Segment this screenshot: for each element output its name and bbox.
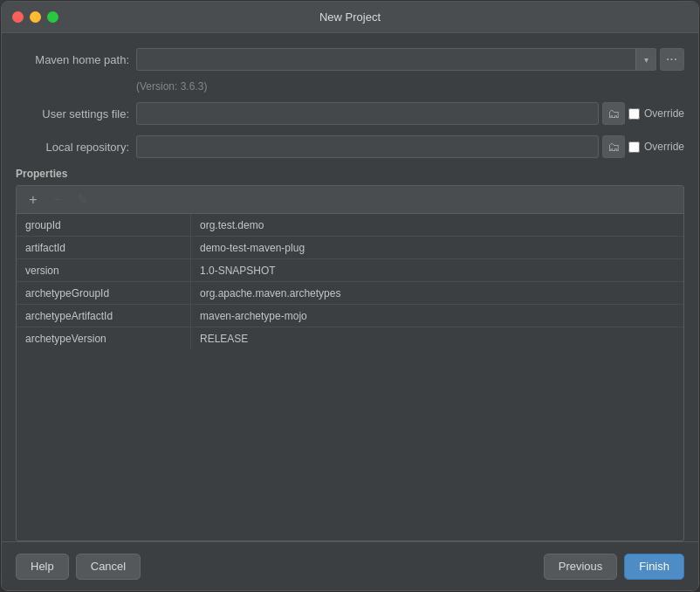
- user-settings-override-label: Override: [644, 107, 684, 120]
- table-row: version1.0-SNAPSHOT: [17, 259, 683, 282]
- dialog-title: New Project: [319, 10, 381, 24]
- local-repo-label: Local repository:: [16, 141, 129, 154]
- window-controls: [12, 11, 58, 23]
- local-repo-folder-button[interactable]: 🗂: [602, 135, 625, 158]
- close-button[interactable]: [12, 11, 24, 23]
- user-settings-override-wrap: Override: [628, 107, 684, 120]
- table-row: archetypeGroupIdorg.apache.maven.archety…: [17, 282, 683, 305]
- edit-property-button[interactable]: ✎: [72, 190, 92, 210]
- previous-button[interactable]: Previous: [544, 554, 618, 580]
- properties-section: Properties + − ✎ groupIdorg.test.demoart…: [16, 168, 684, 541]
- maven-home-label: Maven home path:: [16, 53, 129, 66]
- prop-key: archetypeGroupId: [17, 282, 191, 304]
- prop-key: artifactId: [17, 237, 191, 258]
- prop-value: maven-archetype-mojo: [191, 310, 683, 322]
- user-settings-input-wrap: /Users/i539974/.m2/settings.xml 🗂 Overri…: [136, 102, 684, 125]
- table-row: archetypeVersionRELEASE: [17, 327, 683, 350]
- finish-button[interactable]: Finish: [624, 554, 684, 580]
- user-settings-field[interactable]: /Users/i539974/.m2/settings.xml: [136, 102, 599, 125]
- add-property-button[interactable]: +: [24, 190, 43, 210]
- local-repo-override-checkbox[interactable]: [628, 141, 640, 153]
- cancel-button[interactable]: Cancel: [76, 554, 141, 580]
- table-row: groupIdorg.test.demo: [17, 214, 683, 237]
- table-row: artifactIddemo-test-maven-plug: [17, 237, 683, 259]
- local-repo-row: Local repository: /Users/i539974/.m2/rep…: [16, 134, 684, 159]
- prop-key: archetypeVersion: [17, 327, 191, 350]
- footer-right-buttons: Previous Finish: [544, 554, 684, 580]
- properties-toolbar: + − ✎: [17, 186, 683, 214]
- local-repo-override-label: Override: [644, 141, 684, 153]
- prop-value: org.apache.maven.archetypes: [191, 287, 683, 299]
- minimize-button[interactable]: [30, 11, 41, 23]
- prop-key: groupId: [17, 214, 191, 236]
- maven-home-dropdown: Bundled (Maven 3) ▾: [136, 48, 656, 71]
- prop-value: RELEASE: [191, 333, 683, 345]
- prop-value: org.test.demo: [191, 219, 683, 231]
- maven-home-field[interactable]: Bundled (Maven 3): [136, 48, 635, 71]
- table-row: archetypeArtifactIdmaven-archetype-mojo: [17, 305, 683, 327]
- footer-left-buttons: Help Cancel: [16, 554, 141, 580]
- user-settings-label: User settings file:: [16, 107, 129, 120]
- prop-value: demo-test-maven-plug: [191, 242, 683, 254]
- maven-version-note: (Version: 3.6.3): [16, 80, 684, 93]
- help-button[interactable]: Help: [16, 554, 69, 580]
- maximize-button[interactable]: [47, 11, 58, 23]
- prop-key: version: [17, 259, 191, 281]
- properties-table: groupIdorg.test.demoartifactIddemo-test-…: [17, 214, 683, 540]
- local-repo-field[interactable]: /Users/i539974/.m2/repository: [136, 135, 599, 158]
- remove-property-button[interactable]: −: [48, 190, 67, 210]
- folder-icon-2: 🗂: [607, 140, 620, 154]
- footer: Help Cancel Previous Finish: [2, 541, 698, 590]
- properties-title: Properties: [16, 168, 684, 180]
- maven-home-dropdown-arrow[interactable]: ▾: [635, 48, 656, 71]
- maven-home-more-button[interactable]: ···: [660, 48, 684, 71]
- properties-container: + − ✎ groupIdorg.test.demoartifactIddemo…: [16, 185, 684, 541]
- maven-home-row: Maven home path: Bundled (Maven 3) ▾ ···: [16, 47, 684, 72]
- local-repo-override-wrap: Override: [628, 141, 684, 153]
- title-bar: New Project: [2, 2, 698, 33]
- user-settings-override-checkbox[interactable]: [628, 108, 640, 120]
- user-settings-row: User settings file: /Users/i539974/.m2/s…: [16, 101, 684, 126]
- user-settings-folder-button[interactable]: 🗂: [602, 102, 625, 125]
- new-project-dialog: New Project Maven home path: Bundled (Ma…: [1, 1, 699, 591]
- main-content: Maven home path: Bundled (Maven 3) ▾ ···…: [2, 33, 698, 541]
- maven-home-input-wrap: Bundled (Maven 3) ▾ ···: [136, 48, 684, 71]
- prop-key: archetypeArtifactId: [17, 305, 191, 327]
- prop-value: 1.0-SNAPSHOT: [191, 265, 683, 277]
- local-repo-input-wrap: /Users/i539974/.m2/repository 🗂 Override: [136, 135, 684, 158]
- folder-icon: 🗂: [607, 107, 620, 120]
